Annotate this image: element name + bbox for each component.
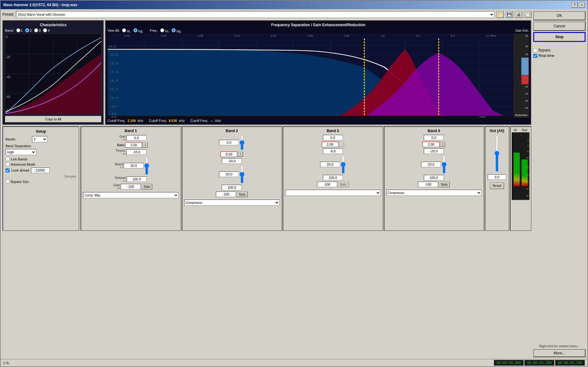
band4-gain-input[interactable] bbox=[424, 135, 444, 140]
status-times: 00:00:00,000 00:00:03,760 00:00:03,760 bbox=[494, 360, 585, 366]
out-all-input[interactable] bbox=[488, 174, 506, 180]
bypass-dyn-row[interactable]: Bypass Dyn. bbox=[6, 179, 76, 184]
band2-ratio-row: / bbox=[184, 151, 280, 157]
band1-ratio-input[interactable] bbox=[125, 142, 142, 148]
bypass-checkbox[interactable] bbox=[533, 48, 537, 52]
band2-gate-input[interactable] bbox=[216, 192, 236, 197]
band2-attack-slider[interactable] bbox=[240, 165, 244, 184]
band3-attack-slider[interactable] bbox=[341, 155, 346, 174]
bypass-row[interactable]: Bypass bbox=[533, 48, 586, 52]
band1-ratio-slash[interactable]: / bbox=[143, 143, 148, 147]
advanced-mode-checkbox[interactable] bbox=[6, 162, 10, 166]
band3-thresh-input[interactable] bbox=[323, 148, 343, 154]
close-button[interactable]: × bbox=[579, 2, 585, 8]
band4-release-input[interactable] bbox=[424, 175, 444, 180]
advanced-mode-row[interactable]: Advanced Mode bbox=[6, 162, 76, 166]
view-db-lin-radio[interactable]: lin. bbox=[122, 28, 131, 33]
look-ahead-label: Look ahead bbox=[11, 168, 29, 172]
band3-header: Band 3 bbox=[327, 129, 339, 133]
bands-select[interactable]: 3124 bbox=[32, 136, 47, 142]
realtime-checkbox[interactable] bbox=[533, 54, 537, 58]
band3-mode-select[interactable] bbox=[285, 190, 381, 196]
band1-attack-input[interactable] bbox=[124, 163, 144, 168]
preset-save-button[interactable]: 💾 bbox=[506, 11, 513, 18]
band4-gate-input[interactable] bbox=[418, 182, 438, 187]
band3-release-input[interactable] bbox=[323, 175, 343, 180]
band3-gain-input[interactable] bbox=[323, 135, 343, 140]
band-radio-1[interactable]: 1 bbox=[16, 28, 23, 32]
band4-ratio-input[interactable] bbox=[423, 142, 439, 147]
freq-lin-radio[interactable]: lin. bbox=[160, 28, 169, 33]
preset-copy-button[interactable]: 🖨 bbox=[515, 11, 522, 18]
band1-release-input[interactable] bbox=[127, 176, 147, 182]
band2-release-input[interactable] bbox=[222, 185, 242, 190]
band4-thresh-row bbox=[386, 148, 482, 154]
band2-ratio-input[interactable] bbox=[220, 151, 237, 157]
band1-attack-slider[interactable] bbox=[144, 156, 149, 175]
reset-button[interactable]: Reset bbox=[490, 182, 504, 189]
band-radio-input-4[interactable] bbox=[43, 28, 47, 32]
band4-mode-select[interactable]: Comp. MaxCompressorLimiterExpander bbox=[386, 190, 482, 196]
band2-thresh-input[interactable] bbox=[222, 158, 242, 164]
band2-mode-select[interactable]: Comp. MaxCompressorLimiterExpander bbox=[184, 200, 280, 206]
realtime-row[interactable]: Real-time bbox=[533, 54, 586, 58]
bypass-dyn-checkbox[interactable] bbox=[6, 179, 10, 184]
band-radio-3[interactable]: 3 bbox=[34, 28, 41, 32]
ok-button[interactable]: OK bbox=[533, 11, 586, 20]
context-menu-hint: Right-click for context menu... bbox=[533, 345, 586, 348]
help-button[interactable]: ? bbox=[571, 2, 578, 8]
characteristics-title: Characteristics bbox=[5, 23, 101, 27]
band1-ratio-row: Ratio / bbox=[83, 142, 179, 148]
band1-mode-select[interactable]: Comp. MaxCompressorLimiterExpander bbox=[83, 192, 179, 198]
look-ahead-input[interactable] bbox=[31, 167, 50, 173]
band4-thresh-input[interactable] bbox=[424, 148, 444, 154]
band-radio-input-1[interactable] bbox=[16, 28, 20, 32]
svg-text:-20: -20 bbox=[6, 55, 10, 59]
band3-release-row bbox=[285, 175, 381, 180]
view-db-log-radio[interactable]: log. bbox=[133, 28, 143, 33]
band3-gate-input[interactable] bbox=[317, 182, 337, 187]
look-ahead-row: Look ahead bbox=[6, 167, 76, 173]
band2-attack-input[interactable] bbox=[219, 171, 239, 177]
freq-log-radio[interactable]: log. bbox=[172, 28, 181, 33]
band4-solo-button[interactable]: Solo bbox=[439, 182, 450, 187]
band4-ratio-slash[interactable]: / bbox=[440, 142, 445, 147]
look-ahead-checkbox[interactable] bbox=[6, 168, 10, 172]
band3-attack-input[interactable] bbox=[320, 162, 340, 167]
band-sep-select[interactable]: LowMediumHigh bbox=[6, 149, 36, 155]
band2-gain-input[interactable] bbox=[219, 140, 239, 145]
band3-mode-row bbox=[285, 190, 381, 196]
band-radio-4[interactable]: 4 bbox=[43, 28, 50, 32]
band1-gain-input[interactable] bbox=[126, 135, 146, 141]
band3-solo-button[interactable]: Solo bbox=[338, 182, 349, 187]
reduction-label: Reduction bbox=[514, 113, 529, 117]
out-all-slider[interactable] bbox=[493, 135, 501, 172]
band-label: Band: bbox=[5, 29, 14, 32]
stop-button[interactable]: Stop bbox=[533, 32, 586, 42]
realtime-label: Real-time bbox=[538, 54, 554, 58]
preset-bar: Preset: [Sys] Warm Vocal with Deesser 📁 … bbox=[2, 11, 531, 18]
band3-ratio-input[interactable] bbox=[322, 142, 339, 147]
band1-gate-input[interactable] bbox=[121, 184, 141, 189]
main-content: Preset: [Sys] Warm Vocal with Deesser 📁 … bbox=[1, 9, 587, 359]
band4-attack-slider[interactable] bbox=[442, 155, 447, 174]
band3-ratio-slash[interactable]: / bbox=[339, 142, 344, 147]
band1-thresh-input[interactable] bbox=[126, 149, 146, 155]
band-radio-input-3[interactable] bbox=[34, 28, 38, 32]
band2-solo-button[interactable]: Solo bbox=[236, 192, 248, 197]
band2-gain-slider[interactable] bbox=[240, 135, 244, 150]
more-button[interactable]: More... bbox=[533, 349, 586, 357]
band1-solo-button[interactable]: Solo bbox=[141, 184, 152, 189]
band-radio-input-2[interactable] bbox=[25, 28, 29, 32]
preset-select[interactable]: [Sys] Warm Vocal with Deesser bbox=[16, 11, 495, 18]
preset-paste-button[interactable]: 📋 bbox=[524, 11, 531, 18]
link-bands-checkbox[interactable] bbox=[6, 157, 10, 161]
band-radio-2[interactable]: 2 bbox=[25, 28, 32, 32]
band2-ratio-slash[interactable]: / bbox=[238, 152, 243, 157]
cancel-button[interactable]: Cancel bbox=[533, 22, 586, 31]
copy-to-all-button[interactable]: Copy to All bbox=[5, 116, 101, 123]
link-bands-row[interactable]: Link Bands bbox=[6, 157, 76, 161]
cutoff2-unit: kHz bbox=[179, 119, 185, 123]
band4-attack-input[interactable] bbox=[421, 162, 441, 167]
preset-folder-button[interactable]: 📁 bbox=[496, 11, 504, 18]
